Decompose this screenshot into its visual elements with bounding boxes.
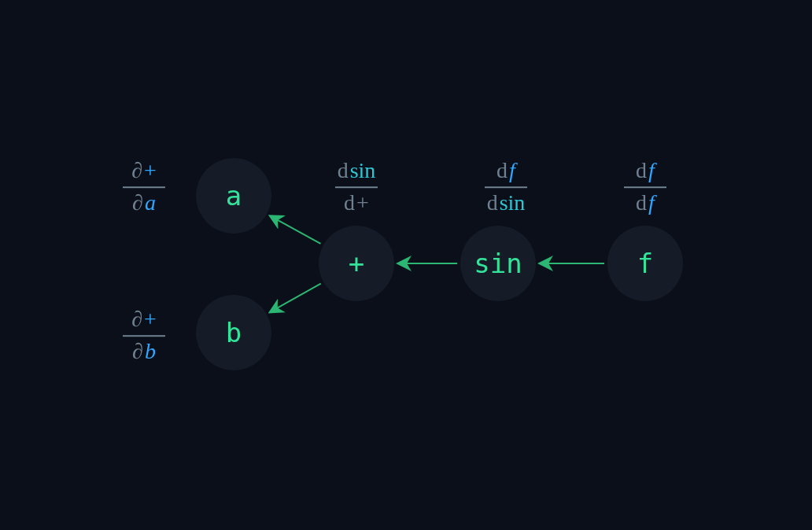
deriv-label-b: ∂ + ∂ b [123,307,165,364]
deriv-label-f: d f d f [624,159,666,215]
fraction-bar [123,186,165,188]
deriv-label-plus: d sin d + [335,159,378,215]
partial-symbol: ∂ [132,340,143,364]
node-f: f [607,226,683,301]
node-a: a [196,158,271,234]
d-symbol: d [487,191,498,215]
d-symbol: d [496,159,507,183]
num-var: sin [350,159,376,183]
fraction-bar [624,186,666,188]
node-b: b [196,295,271,370]
node-sin-label: sin [474,250,522,277]
den-var: f [648,191,655,215]
node-sin: sin [460,226,536,301]
node-b-label: b [226,319,242,346]
den-var: a [145,191,156,215]
node-plus-label: + [349,250,364,277]
num-var: f [648,159,655,183]
diagram-stage: { "nodes": { "a": { "label": "a", "x": 2… [0,0,812,530]
arrow-plus-to-b [271,284,321,312]
d-symbol: d [636,159,647,183]
arrow-plus-to-a [271,216,320,244]
den-var: + [356,191,369,215]
fraction-bar [123,335,165,337]
node-f-label: f [637,250,653,277]
num-var: + [144,159,157,183]
fraction-bar [485,186,527,188]
num-var: + [144,307,157,332]
partial-symbol: ∂ [131,159,142,183]
partial-symbol: ∂ [132,191,143,215]
partial-symbol: ∂ [131,307,142,332]
den-var: sin [500,191,526,215]
deriv-label-a: ∂ + ∂ a [123,159,165,215]
fraction-bar [335,186,378,188]
node-plus: + [319,226,394,301]
den-var: b [145,340,156,364]
arrows-layer [0,0,812,530]
deriv-label-sin: d f d sin [485,159,527,215]
d-symbol: d [636,191,647,215]
d-symbol: d [338,159,349,183]
num-var: f [509,159,515,183]
d-symbol: d [344,191,355,215]
node-a-label: a [226,182,242,209]
